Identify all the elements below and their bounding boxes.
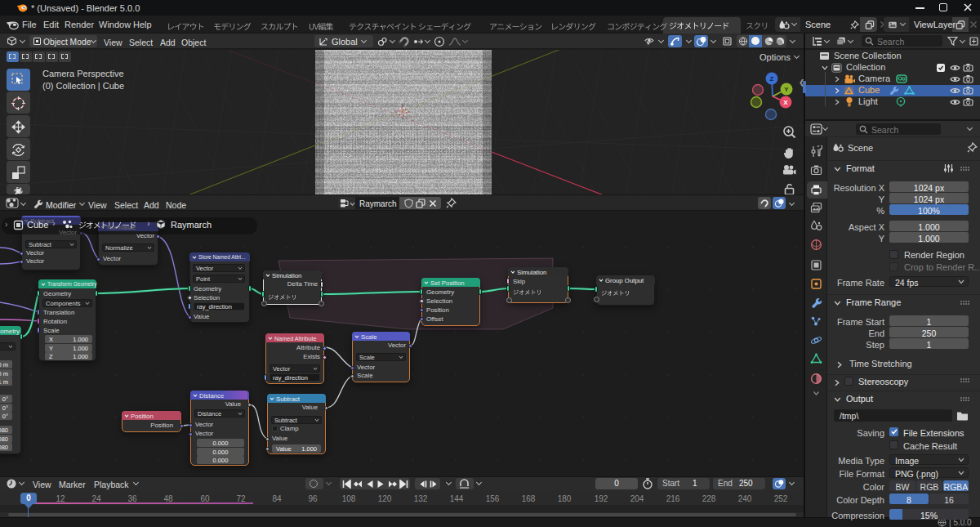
svg-text:Z: Z (770, 75, 774, 83)
svg-text:X: X (783, 99, 788, 106)
svg-text:Y: Y (784, 86, 789, 93)
